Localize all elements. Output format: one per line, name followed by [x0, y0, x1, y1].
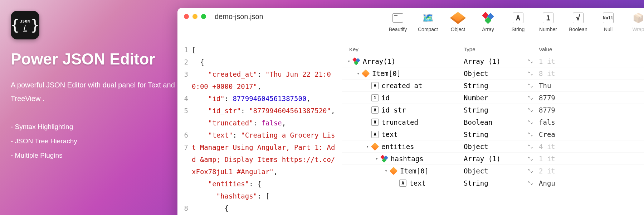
- line-gutter: 123 45 67 8910: [177, 44, 192, 215]
- type-select-icon[interactable]: ⌃⌄: [527, 107, 533, 113]
- tree-key: truncated: [381, 118, 418, 126]
- tree-value: 1 it: [539, 155, 644, 163]
- tree-row[interactable]: AtextString⌃⌄Crea: [342, 128, 644, 140]
- number-icon: 1: [542, 11, 555, 24]
- tree-type: String: [464, 106, 488, 114]
- tree-key: hashtags: [391, 155, 424, 163]
- null-button[interactable]: NullNull: [593, 10, 623, 34]
- toolbar-label: Boolean: [569, 27, 587, 32]
- promo-title: Power JSON Editor: [11, 50, 175, 68]
- type-select-icon[interactable]: ⌃⌄: [527, 180, 533, 186]
- tree-value: 2 it: [539, 167, 644, 175]
- tree-row[interactable]: ▾hashtagsArray (1)⌃⌄1 it: [342, 153, 644, 165]
- beautify-button[interactable]: Beautify: [383, 10, 413, 34]
- promo-description: A powerful JSON Editor with dual panel f…: [11, 78, 175, 105]
- boolean-button[interactable]: √Boolean: [563, 10, 593, 34]
- toolbar-label: Compact: [418, 27, 438, 32]
- tree-type: String: [464, 82, 488, 90]
- wrap-icon: 📦: [632, 11, 644, 24]
- tree-row[interactable]: ▾Item[0]Object⌃⌄8 it: [342, 67, 644, 80]
- object-icon: [452, 11, 464, 24]
- tree-value: Crea: [539, 130, 644, 138]
- null-icon: Null: [602, 11, 615, 24]
- tree-type: Number: [464, 94, 488, 102]
- toolbar: Beautify🗺️CompactObjectArrayAString1Numb…: [378, 10, 644, 34]
- type-select-icon[interactable]: ⌃⌄: [527, 119, 533, 125]
- code-pane[interactable]: 123 45 67 8910 [ { "created_at": "Thu Ju…: [177, 44, 342, 215]
- tree-row[interactable]: Acreated_atString⌃⌄Thu: [342, 80, 644, 92]
- tree-value: 8779: [539, 94, 644, 102]
- disclosure-icon[interactable]: ▾: [346, 59, 351, 64]
- compact-button[interactable]: 🗺️Compact: [413, 10, 443, 34]
- beautify-icon: [391, 11, 404, 24]
- tree-header: Key Type Value: [342, 44, 644, 55]
- tree-value: 8 it: [539, 70, 644, 77]
- tree-row[interactable]: ▾Array(1)Array (1)⌃⌄1 it: [342, 55, 644, 67]
- tree-row[interactable]: 1idNumber⌃⌄8779: [342, 92, 644, 104]
- tree-key: Item[0]: [372, 70, 401, 77]
- tree-value: 8779: [539, 106, 644, 114]
- tree-row[interactable]: Aid_strString⌃⌄8779: [342, 104, 644, 116]
- tree-row[interactable]: VtruncatedBoolean⌃⌄fals: [342, 116, 644, 128]
- tree-type: String: [464, 130, 488, 138]
- tree-type: Array (1): [464, 155, 501, 163]
- feature-item: - Multiple Plugins: [11, 148, 175, 163]
- tree-key: Item[0]: [400, 167, 429, 175]
- type-select-icon[interactable]: ⌃⌄: [527, 83, 533, 88]
- type-select-icon[interactable]: ⌃⌄: [527, 132, 533, 137]
- type-select-icon[interactable]: ⌃⌄: [527, 168, 533, 173]
- app-icon: {JSONL}: [11, 11, 39, 39]
- disclosure-icon[interactable]: ▾: [365, 144, 370, 149]
- tree-body: ▾Array(1)Array (1)⌃⌄1 it▾Item[0]Object⌃⌄…: [342, 55, 644, 189]
- promo-panel: {JSONL} Power JSON Editor A powerful JSO…: [11, 11, 175, 163]
- window-title: demo-json.json: [215, 13, 263, 21]
- tree-type: String: [464, 179, 488, 187]
- disclosure-icon[interactable]: ▾: [384, 168, 389, 173]
- tree-value: Thu: [539, 82, 644, 90]
- toolbar-label: String: [512, 27, 525, 32]
- disclosure-icon[interactable]: ▾: [374, 156, 379, 161]
- type-select-icon[interactable]: ⌃⌄: [527, 95, 533, 100]
- disclosure-icon[interactable]: ▾: [356, 71, 361, 76]
- tree-key: id: [381, 94, 390, 102]
- type-select-icon[interactable]: ⌃⌄: [527, 58, 533, 64]
- tree-type: Object: [464, 167, 488, 175]
- zoom-button[interactable]: [201, 14, 206, 19]
- string-button[interactable]: AString: [503, 10, 533, 34]
- promo-features: - Syntax Highlighting - JSON Tree Hierac…: [11, 120, 175, 163]
- col-type[interactable]: Type: [464, 46, 539, 52]
- tree-key: Array(1): [363, 57, 396, 65]
- minimize-button[interactable]: [192, 14, 197, 19]
- toolbar-label: Beautify: [389, 27, 407, 32]
- toolbar-label: Object: [451, 27, 465, 32]
- tree-type: Array (1): [464, 57, 501, 65]
- tree-type: Boolean: [464, 118, 492, 126]
- wrap-button: 📦Wrap: [623, 10, 644, 34]
- tree-row[interactable]: AtextString⌃⌄Angu: [342, 177, 644, 189]
- type-select-icon[interactable]: ⌃⌄: [527, 144, 533, 149]
- tree-pane: Key Type Value ▾Array(1)Array (1)⌃⌄1 it▾…: [342, 44, 644, 215]
- tree-key: text: [409, 179, 426, 187]
- array-button[interactable]: Array: [473, 10, 503, 34]
- col-key[interactable]: Key: [342, 46, 464, 52]
- tree-row[interactable]: ▾entitiesObject⌃⌄4 it: [342, 140, 644, 153]
- tree-row[interactable]: ▾Item[0]Object⌃⌄2 it: [342, 165, 644, 177]
- object-button[interactable]: Object: [443, 10, 473, 34]
- array-icon: [482, 11, 494, 24]
- close-button[interactable]: [184, 14, 189, 19]
- app-window: demo-json.json Beautify🗺️CompactObjectAr…: [177, 8, 644, 215]
- col-value[interactable]: Value: [539, 46, 644, 52]
- number-button[interactable]: 1Number: [533, 10, 563, 34]
- code-text[interactable]: [ { "created_at": "Thu Jun 22 21:00:00 +…: [192, 44, 342, 215]
- tree-type: Object: [464, 70, 488, 77]
- toolbar-label: Wrap: [632, 27, 644, 32]
- tree-value: 4 it: [539, 143, 644, 150]
- tree-value: 1 it: [539, 57, 644, 65]
- tree-key: created_at: [381, 82, 422, 90]
- feature-item: - JSON Tree Hierachy: [11, 134, 175, 148]
- boolean-icon: √: [572, 11, 585, 24]
- tree-key: entities: [381, 143, 414, 150]
- type-select-icon[interactable]: ⌃⌄: [527, 71, 533, 76]
- toolbar-label: Null: [604, 27, 613, 32]
- type-select-icon[interactable]: ⌃⌄: [527, 156, 533, 161]
